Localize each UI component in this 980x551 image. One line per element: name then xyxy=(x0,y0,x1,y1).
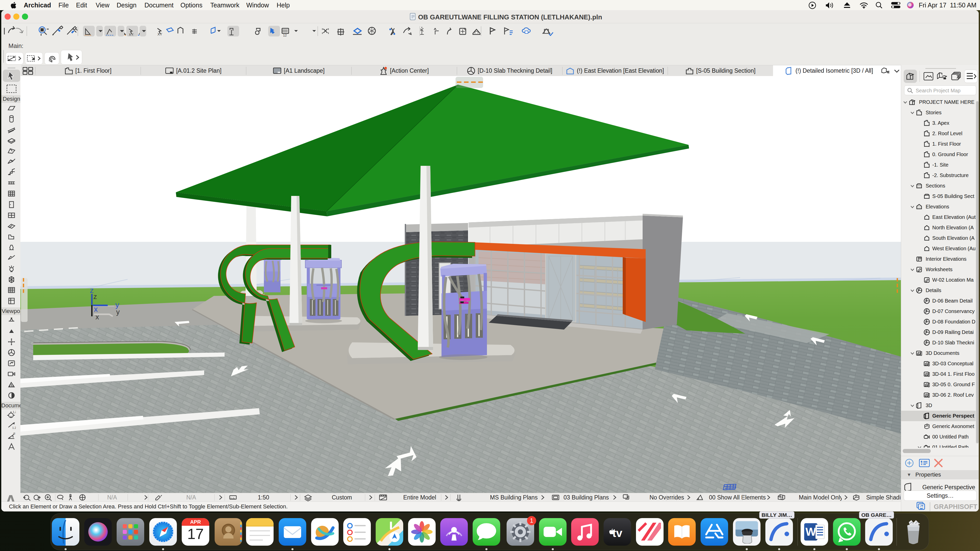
svg-text:1.2: 1.2 xyxy=(12,426,16,429)
svg-text:XY:: XY: xyxy=(129,33,134,37)
svg-text:y: y xyxy=(116,308,120,316)
svg-text:x: x xyxy=(94,305,98,313)
svg-text:x: x xyxy=(95,313,99,321)
svg-text:XY: XY xyxy=(158,32,162,36)
svg-text:α: α xyxy=(13,432,15,435)
svg-text:12: 12 xyxy=(283,33,286,37)
svg-text:z: z xyxy=(90,286,94,294)
svg-text:z: z xyxy=(94,292,97,300)
svg-text:1,2: 1,2 xyxy=(13,410,16,413)
